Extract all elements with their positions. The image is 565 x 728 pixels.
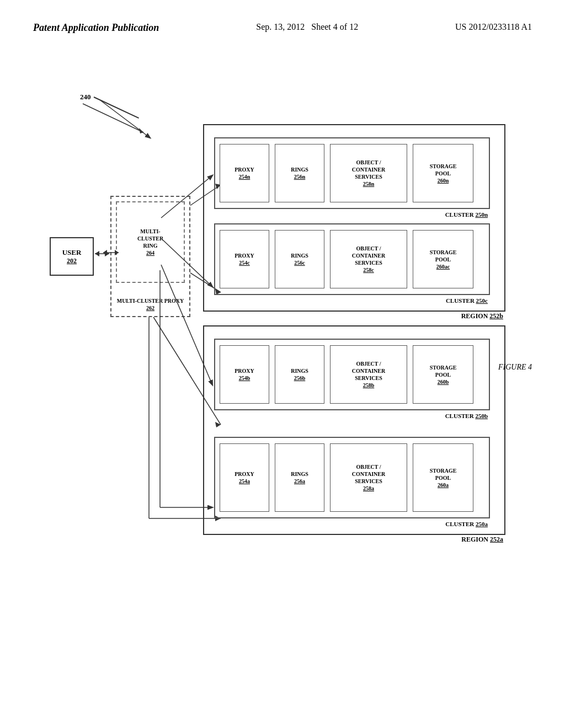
obj-258c: OBJECT / CONTAINER SERVICES 258c: [330, 230, 407, 288]
region-b-box: REGION 252b PROXY 254n RINGS 256n OBJECT…: [203, 124, 505, 312]
svg-marker-17: [103, 250, 107, 255]
header-sheet: Sheet 4 of 12: [311, 22, 358, 31]
mcr-box: MULTI-CLUSTER RING 264: [116, 201, 185, 283]
region-a-label: REGION 252a: [461, 536, 503, 544]
figure-label: FIGURE 4: [498, 363, 532, 372]
header-date: Sep. 13, 2012: [256, 22, 305, 31]
region-b-label: REGION 252b: [461, 312, 503, 320]
cluster-250a: PROXY 254a RINGS 256a OBJECT / CONTAINER…: [214, 437, 490, 518]
region-a-box: REGION 252a PROXY 254b RINGS 256b OBJECT…: [203, 325, 505, 535]
diagram-area: 240 USER 202 MULTI-CLUSTER RING 264 MULT…: [33, 77, 532, 673]
mcr-ref: 264: [134, 249, 167, 256]
user-ref: 202: [67, 257, 77, 265]
cluster-250a-label: CLUSTER 250a: [445, 521, 488, 527]
mcr-text: MULTI-CLUSTER RING: [134, 228, 167, 249]
proxy-254c: PROXY 254c: [220, 230, 269, 288]
cluster-250c-label: CLUSTER 250c: [446, 297, 488, 304]
mcr-label: MULTI-CLUSTER RING 264: [134, 228, 167, 256]
proxy-254b: PROXY 254b: [220, 345, 269, 404]
storage-260a: STORAGE POOL 260a: [413, 443, 473, 512]
cluster-250b-label: CLUSTER 250b: [445, 413, 488, 419]
proxy-254n: PROXY 254n: [220, 144, 269, 202]
storage-260b: STORAGE POOL 260b: [413, 345, 473, 404]
header-date-sheet: Sep. 13, 2012 Sheet 4 of 12: [256, 22, 358, 32]
svg-marker-1: [139, 128, 143, 133]
rings-256c: RINGS 256c: [275, 230, 324, 288]
obj-258b: OBJECT / CONTAINER SERVICES 258b: [330, 345, 407, 404]
mcp-label: MULTI-CLUSTER PROXY 262: [117, 297, 184, 312]
ref-240: 240: [80, 93, 91, 101]
user-label: USER: [62, 248, 82, 257]
svg-line-14: [100, 100, 150, 138]
cluster-250b: PROXY 254b RINGS 256b OBJECT / CONTAINER…: [214, 339, 490, 410]
cluster-250n-label: CLUSTER 250n: [445, 211, 488, 218]
arrow-240: [94, 97, 139, 119]
patent-number: US 2012/0233118 A1: [455, 22, 532, 32]
cluster-250n: PROXY 254n RINGS 256n OBJECT / CONTAINER…: [214, 137, 490, 209]
page-header: Patent Application Publication Sep. 13, …: [0, 22, 565, 34]
user-box: USER 202: [50, 237, 94, 276]
svg-line-0: [83, 104, 143, 132]
proxy-254a: PROXY 254a: [220, 443, 269, 512]
publication-title: Patent Application Publication: [33, 22, 159, 34]
rings-256b: RINGS 256b: [275, 345, 324, 404]
svg-marker-3: [105, 251, 109, 256]
cluster-250c: PROXY 254c RINGS 256c OBJECT / CONTAINER…: [214, 223, 490, 295]
storage-260ac: STORAGE POOL 260ac: [413, 230, 473, 288]
svg-marker-4: [95, 251, 99, 256]
rings-256n: RINGS 256n: [275, 144, 324, 202]
mcp-proxy-box: MULTI-CLUSTER RING 264 MULTI-CLUSTER PRO…: [110, 196, 190, 317]
obj-258n: OBJECT / CONTAINER SERVICES 258n: [330, 144, 407, 202]
rings-256a: RINGS 256a: [275, 443, 324, 512]
obj-258a: OBJECT / CONTAINER SERVICES 258a: [330, 443, 407, 512]
storage-260n: STORAGE POOL 260n: [413, 144, 473, 202]
